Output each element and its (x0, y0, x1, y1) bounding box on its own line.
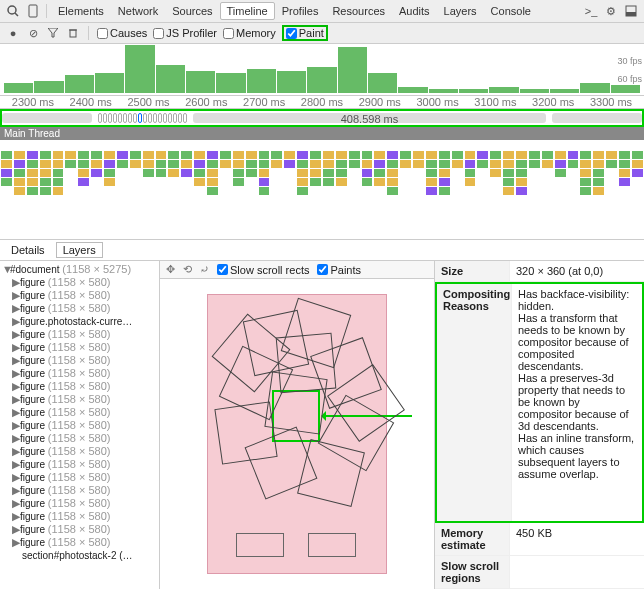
tree-item[interactable]: ▶figure (1158 × 580) (2, 432, 157, 445)
paint-checkbox[interactable]: Paint (282, 25, 328, 41)
fps-bar (338, 47, 367, 93)
tab-elements[interactable]: Elements (51, 2, 111, 20)
tab-network[interactable]: Network (111, 2, 165, 20)
tree-item[interactable]: ▶figure (1158 × 580) (2, 367, 157, 380)
frame-thumb[interactable] (168, 113, 172, 123)
frame-thumb[interactable] (113, 113, 117, 123)
tab-timeline[interactable]: Timeline (220, 2, 275, 20)
drawer-toggle-icon[interactable]: >_ (582, 2, 600, 20)
tree-item[interactable]: ▶figure (1158 × 580) (2, 523, 157, 536)
flame-slice (220, 150, 231, 230)
tree-item[interactable]: ▶figure (1158 × 580) (2, 289, 157, 302)
clear-icon[interactable]: ⊘ (26, 26, 40, 40)
tree-item[interactable]: ▶figure (1158 × 580) (2, 328, 157, 341)
flame-slice (465, 150, 476, 230)
tree-item[interactable]: ▶figure (1158 × 580) (2, 536, 157, 549)
tree-item[interactable]: ▶figure (1158 × 580) (2, 380, 157, 393)
frame-thumb[interactable] (133, 113, 137, 123)
causes-checkbox[interactable]: Causes (97, 27, 147, 39)
flame-chart[interactable] (0, 140, 644, 240)
flame-slice (271, 150, 282, 230)
layer-viewport (207, 294, 387, 574)
frame-thumb[interactable] (148, 113, 152, 123)
frame-thumb[interactable] (173, 113, 177, 123)
filter-icon[interactable] (46, 26, 60, 40)
tree-item[interactable]: ▶figure (1158 × 580) (2, 497, 157, 510)
tab-sources[interactable]: Sources (165, 2, 219, 20)
tree-item[interactable]: ▶figure (1158 × 580) (2, 341, 157, 354)
frame-thumb[interactable] (138, 113, 142, 123)
flame-slice (91, 150, 102, 230)
layer-rect (276, 333, 337, 394)
tree-item[interactable]: ▶figure.photostack-curre… (2, 315, 157, 328)
fps-bar (580, 83, 609, 93)
js-profiler-checkbox[interactable]: JS Profiler (153, 27, 217, 39)
flame-slice (580, 150, 591, 230)
frame-thumb[interactable] (143, 113, 147, 123)
frame-filmstrip[interactable]: 408.598 ms (0, 109, 644, 127)
tree-item[interactable]: ▶figure (1158 × 580) (2, 393, 157, 406)
tab-details[interactable]: Details (4, 242, 52, 258)
search-icon[interactable] (4, 2, 22, 20)
prop-compositing-reasons: Compositing ReasonsHas backface-visibili… (435, 282, 644, 523)
frame-thumb[interactable] (103, 113, 107, 123)
svg-marker-5 (48, 28, 58, 37)
frame-thumb[interactable] (108, 113, 112, 123)
frame-thumb[interactable] (128, 113, 132, 123)
tick: 2600 ms (177, 96, 235, 108)
layer-canvas[interactable] (160, 279, 434, 589)
tree-item[interactable]: ▶figure (1158 × 580) (2, 458, 157, 471)
prop-slow-scroll: Slow scroll regions (435, 556, 644, 589)
tab-audits[interactable]: Audits (392, 2, 437, 20)
flame-slice (27, 150, 38, 230)
garbage-icon[interactable] (66, 26, 80, 40)
frame-thumb[interactable] (178, 113, 182, 123)
tree-item[interactable]: section#photostack-2 (… (2, 549, 157, 562)
frame-thumb[interactable] (118, 113, 122, 123)
frame-thumb[interactable] (163, 113, 167, 123)
tree-item[interactable]: ▶figure (1158 × 580) (2, 484, 157, 497)
layer-tree[interactable]: ▼#document (1158 × 5275)▶figure (1158 × … (0, 261, 160, 589)
reset-icon[interactable]: ⤾ (200, 263, 209, 276)
flame-slice (181, 150, 192, 230)
tree-item[interactable]: ▶figure (1158 × 580) (2, 471, 157, 484)
frame-thumb[interactable] (183, 113, 187, 123)
tab-layers[interactable]: Layers (437, 2, 484, 20)
tree-item[interactable]: ▶figure (1158 × 580) (2, 406, 157, 419)
gear-icon[interactable]: ⚙ (602, 2, 620, 20)
tree-item[interactable]: ▶figure (1158 × 580) (2, 302, 157, 315)
tree-item[interactable]: ▶figure (1158 × 580) (2, 445, 157, 458)
memory-checkbox[interactable]: Memory (223, 27, 276, 39)
prop-memory: Memory estimate450 KB (435, 523, 644, 556)
tab-console[interactable]: Console (484, 2, 538, 20)
tree-item[interactable]: ▶figure (1158 × 580) (2, 510, 157, 523)
frame-thumb[interactable] (123, 113, 127, 123)
tree-item[interactable]: ▶figure (1158 × 580) (2, 276, 157, 289)
rotate-icon[interactable]: ⟲ (183, 263, 192, 276)
tab-layers[interactable]: Layers (56, 242, 103, 258)
paints-checkbox[interactable]: Paints (317, 264, 361, 276)
fps-overview[interactable]: 30 fps 60 fps (0, 44, 644, 96)
frame-thumb[interactable] (98, 113, 102, 123)
move-icon[interactable]: ✥ (166, 263, 175, 276)
flame-slice (516, 150, 527, 230)
tab-profiles[interactable]: Profiles (275, 2, 326, 20)
timeline-subtoolbar: ● ⊘ Causes JS Profiler Memory Paint (0, 23, 644, 44)
frame-thumb[interactable] (158, 113, 162, 123)
dock-icon[interactable] (622, 2, 640, 20)
frame-thumb[interactable] (153, 113, 157, 123)
separator (46, 4, 47, 18)
device-icon[interactable] (24, 2, 42, 20)
fps-bar (4, 83, 33, 93)
tree-item[interactable]: ▶figure (1158 × 580) (2, 354, 157, 367)
flame-slice (349, 150, 360, 230)
tab-resources[interactable]: Resources (325, 2, 392, 20)
fps-bar (277, 71, 306, 93)
tree-root[interactable]: ▼#document (1158 × 5275) (2, 263, 157, 276)
svg-rect-4 (626, 12, 636, 16)
record-icon[interactable]: ● (6, 26, 20, 40)
tree-item[interactable]: ▶figure (1158 × 580) (2, 419, 157, 432)
slow-scroll-checkbox[interactable]: Slow scroll rects (217, 264, 309, 276)
flame-slice (323, 150, 334, 230)
tick: 3000 ms (409, 96, 467, 108)
